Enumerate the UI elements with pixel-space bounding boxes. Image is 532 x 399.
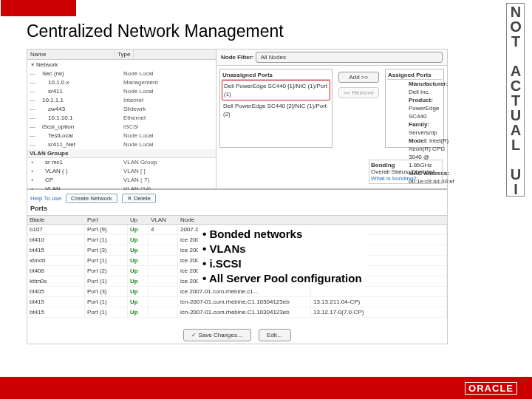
tree-item[interactable]: —sr411_NetNode Local <box>27 140 216 149</box>
watermark-label: NOT ACTUAL UI <box>506 3 525 197</box>
vlan-item[interactable]: ▪VLANVLAN (14) <box>27 185 216 190</box>
bullet: Bonded networks <box>202 227 362 242</box>
toolbar: Help To use Create Network ✕ Delete <box>27 191 447 205</box>
tree-item[interactable]: —10.1.1.1Internet <box>27 96 216 105</box>
tree-item[interactable]: —zw443Slidewrk <box>27 105 216 114</box>
network-tree: ▾ Network —Sec (rw)Node Local—10.1.0.xMa… <box>27 61 216 190</box>
node-filter: Node Filter: All Nodes <box>216 50 447 66</box>
accent-block <box>1 0 76 16</box>
feature-bullets: Bonded networks VLANs i.SCSI All Server … <box>198 225 366 287</box>
bonding-help-link[interactable]: What is bonding? <box>371 175 440 182</box>
network-panel: Name Type ▾ Network —Sec (rw)Node Local—… <box>27 50 447 190</box>
table-row[interactable]: bt405Port (3)Upice 2007-01.com.rhebine.c… <box>27 287 447 297</box>
help-link[interactable]: Help To use <box>30 195 61 202</box>
ports-table-header: Blade Port Up VLAN Node <box>27 216 447 225</box>
tree-item[interactable]: —TestLocalNode Local <box>27 132 216 140</box>
bullet: VLANs <box>202 242 362 256</box>
page-title: Centralized Network Management <box>27 21 284 41</box>
tree-root[interactable]: ▾ Network <box>27 61 216 69</box>
tree-item[interactable]: —sr411Node Local <box>27 87 216 96</box>
vlan-item[interactable]: ▪sr mc1VLAN Group <box>27 158 216 167</box>
table-row[interactable]: bt415Port (1)Upicn-2007-01.com.rhebine.C… <box>27 297 447 307</box>
footer-bar <box>0 377 532 399</box>
tree-item[interactable]: —iScsi_optioniSCSI <box>27 123 216 132</box>
bullet: All Server Pool configuration <box>202 271 362 286</box>
vlan-item[interactable]: ▪CPVLAN ( 7) <box>27 176 216 185</box>
minus-icon: ▾ <box>29 61 36 69</box>
port-item[interactable]: Dell PowerEdge SC440 [2]/NIC (1)/Port (2… <box>222 100 330 120</box>
bonding-box: Bonding Overall Status: Disabled What is… <box>369 160 443 184</box>
port-item[interactable]: Dell PowerEdge SC440 [1]/NIC (1)/Port (1… <box>222 80 330 100</box>
col-name: Name <box>27 50 115 59</box>
delete-button[interactable]: ✕ Delete <box>122 194 156 203</box>
tree-item[interactable]: —10.1.10.1Ethernet <box>27 114 216 123</box>
vlan-groups-header[interactable]: VLAN Groups <box>27 149 216 158</box>
tree-item[interactable]: —10.1.0.xManagement <box>27 78 216 87</box>
app-screenshot: Name Type ▾ Network —Sec (rw)Node Local—… <box>27 49 448 344</box>
node-filter-select[interactable]: All Nodes <box>256 52 443 63</box>
tree-item[interactable]: —Sec (rw)Node Local <box>27 69 216 78</box>
bullet: i.SCSI <box>202 256 362 271</box>
add-button[interactable]: Add >> <box>338 72 379 83</box>
table-row[interactable]: bt415Port (1)Upicn-2007-01.com.rhebine.C… <box>27 307 447 318</box>
ports-section-label: Ports <box>30 205 47 212</box>
col-type: Type <box>115 50 134 59</box>
bottom-buttons: ✓ Save Changes… Edit… <box>27 329 447 341</box>
vlan-item[interactable]: ▪VLAN ( )VLAN [ ] <box>27 167 216 176</box>
edit-button[interactable]: Edit… <box>259 329 291 341</box>
save-button[interactable]: ✓ Save Changes… <box>183 329 251 341</box>
ports-panel: Node Filter: All Nodes Unassigned Ports … <box>216 50 447 188</box>
unassigned-ports: Unassigned Ports Dell PowerEdge SC440 [1… <box>219 69 332 148</box>
remove-button[interactable]: << Remove <box>338 87 379 98</box>
oracle-logo: ORACLE <box>465 382 517 395</box>
create-network-button[interactable]: Create Network <box>66 194 117 203</box>
